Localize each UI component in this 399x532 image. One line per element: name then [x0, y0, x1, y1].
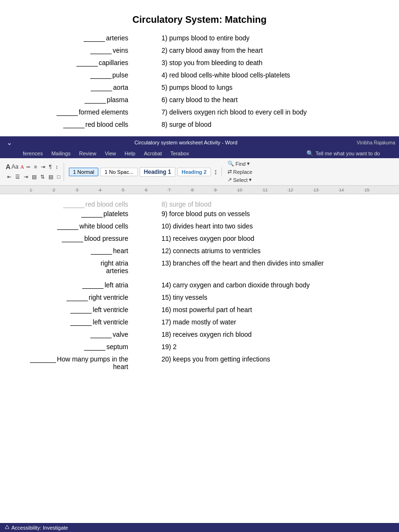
numbering-button[interactable]: ≡: [33, 163, 38, 171]
line-spacing-button[interactable]: ⇅: [39, 173, 46, 181]
match-row: blood pressure 11) receives oxygen poor …: [28, 234, 370, 246]
tab-help[interactable]: Help: [121, 149, 139, 158]
definition-label: 6) carry blood to the heart: [133, 96, 370, 104]
matching-section-bottom: platelets 9) force blood puts on vessels…: [28, 209, 370, 371]
indent-button[interactable]: ⇥: [39, 163, 47, 171]
page-title: Circulatory System: Matching: [28, 14, 370, 25]
match-row: red blood cells 8) surge of blood: [28, 120, 370, 132]
match-row: left ventricle 16) most powerful part of…: [28, 305, 370, 317]
style-heading2[interactable]: Heading 2: [177, 168, 211, 176]
term-label: right ventricle: [89, 294, 128, 301]
term-continuation: arteries: [106, 267, 128, 275]
definition-label: 15) tiny vessels: [133, 294, 370, 301]
term-label: left ventricle: [93, 306, 128, 314]
chevron-down-icon[interactable]: ⌄: [4, 138, 15, 147]
ribbon-tabs: ferences Mailings Review View Help Acrob…: [0, 149, 399, 158]
match-row: capillaries 3) stop you from bleeding to…: [28, 58, 370, 70]
term-label: veins: [113, 47, 128, 54]
definition-label: 4) red blood cells-white blood cells-pla…: [133, 71, 370, 79]
tab-acrobat[interactable]: Acrobat: [140, 149, 166, 158]
definition-label: 18) receives oxygen rich blood: [133, 331, 370, 338]
match-row: formed elements 7) delivers oxygen rich …: [28, 108, 370, 119]
borders-button[interactable]: □: [56, 173, 62, 180]
definition-label: 17) made mostly of water: [133, 318, 370, 326]
ruler: ·1· ·2· ·3· ·4· ·5· ·6· ·7· ·8· ·9· ·10·…: [0, 186, 399, 194]
align-right-button[interactable]: ⇥: [22, 173, 29, 181]
term-label: right atria: [101, 259, 128, 267]
term-label: left ventricle: [93, 318, 128, 326]
accessibility-button[interactable]: ♺ Accessibility: Investigate: [5, 524, 68, 531]
match-row: veins 2) carry blood away from the heart: [28, 46, 370, 57]
definition-label: 20) keeps you from getting infections: [133, 355, 370, 363]
editing-group: 🔍 Find ▾ ⇄ Replace ↗ Select ▾: [224, 160, 256, 183]
tell-me-box[interactable]: 🔍 Tell me what you want to do: [306, 150, 380, 157]
select-icon: ↗: [228, 177, 232, 183]
definition-label: 12) connects atriums to ventricles: [133, 247, 370, 255]
align-center-button[interactable]: ☰: [14, 173, 21, 181]
styles-scroll-button[interactable]: ↕: [213, 168, 218, 176]
tab-view[interactable]: View: [101, 149, 120, 158]
match-row: arteries 1) pumps blood to entire body: [28, 34, 370, 45]
definition-label: 10) divides heart into two sides: [133, 222, 370, 230]
font-a-icon: A: [6, 163, 10, 171]
replace-button[interactable]: ⇄ Replace: [227, 168, 253, 175]
style-heading1[interactable]: Heading 1: [140, 167, 175, 177]
style-no-spacing[interactable]: 1 No Spac...: [100, 168, 138, 176]
match-row: platelets 9) force blood puts on vessels: [28, 209, 370, 221]
match-row: right ventricle 15) tiny vessels: [28, 293, 370, 304]
definition-label: 11) receives oxygen poor blood: [133, 235, 370, 242]
match-row: valve 18) receives oxygen rich blood: [28, 330, 370, 342]
tab-terabox[interactable]: Terabox: [167, 149, 193, 158]
tab-references[interactable]: ferences: [19, 149, 47, 158]
align-left-button[interactable]: ⇤: [6, 173, 13, 181]
accessibility-label: Accessibility: Investigate: [11, 525, 68, 531]
cutoff-def: 8) surge of blood: [133, 200, 370, 208]
match-row: heart 12) connects atriums to ventricles: [28, 247, 370, 258]
user-name: Vinibha Rajakuma: [357, 140, 395, 145]
term-label: septum: [106, 343, 128, 351]
definition-label: 13) branches off the heart and then divi…: [133, 259, 370, 267]
select-button[interactable]: ↗ Select ▾: [227, 176, 253, 183]
match-row: aorta 5) pumps blood to lungs: [28, 83, 370, 95]
find-icon: 🔍: [228, 161, 234, 167]
term-label: heart: [113, 247, 128, 255]
definition-label: 5) pumps blood to lungs: [133, 84, 370, 91]
cutoff-term: red blood cells: [86, 200, 128, 208]
find-dropdown-icon: ▾: [247, 161, 250, 167]
match-row: How many pumps in the heart 20) keeps yo…: [28, 355, 370, 371]
doc-content-top: Circulatory System: Matching arteries 1)…: [0, 0, 399, 136]
term-label: pulse: [113, 71, 128, 79]
shading-button[interactable]: ▤: [47, 173, 55, 181]
style-normal[interactable]: 1 Normal: [69, 168, 99, 176]
select-dropdown-icon: ▾: [249, 177, 252, 183]
font-color-icon: A: [20, 164, 24, 170]
bullet-list-button[interactable]: ═: [25, 163, 32, 171]
title-bar: ⌄ Circulatory system worksheet Activity …: [0, 136, 399, 149]
sort-button[interactable]: ↕: [54, 163, 60, 171]
tab-mailings[interactable]: Mailings: [48, 149, 74, 158]
term-label: white blood cells: [79, 222, 128, 230]
match-row: white blood cells 10) divides heart into…: [28, 222, 370, 233]
select-label: Select: [233, 177, 248, 183]
doc-content-bottom: red blood cells 8) surge of blood platel…: [0, 194, 399, 380]
definition-label: 7) delivers oxygen rich blood to every c…: [133, 108, 370, 116]
match-row: right atria arteries 13) branches off th…: [28, 259, 370, 275]
document-title: Circulatory system worksheet Activity - …: [15, 140, 357, 145]
ruler-marks: ·1· ·2· ·3· ·4· ·5· ·6· ·7· ·8· ·9· ·10·…: [28, 188, 370, 192]
term-label: How many pumps in the heart: [57, 355, 128, 370]
term-label: valve: [113, 331, 128, 338]
find-button[interactable]: 🔍 Find ▾: [227, 160, 253, 167]
match-row: septum 19) 2: [28, 342, 370, 354]
paragraph-mark-button[interactable]: ¶: [48, 163, 53, 171]
partial-cutoff-row: red blood cells 8) surge of blood: [28, 199, 370, 209]
find-label: Find: [236, 161, 246, 167]
search-icon: 🔍: [306, 150, 314, 157]
justify-button[interactable]: ▤: [30, 173, 38, 181]
tab-review[interactable]: Review: [76, 149, 100, 158]
term-label: left atria: [104, 281, 128, 289]
styles-group: 1 Normal 1 No Spac... Heading 1 Heading …: [66, 167, 222, 177]
spacer: [28, 276, 370, 280]
definition-label: 9) force blood puts on vessels: [133, 210, 370, 218]
term-label: blood pressure: [84, 235, 128, 242]
match-row: left ventricle 17) made mostly of water: [28, 318, 370, 329]
